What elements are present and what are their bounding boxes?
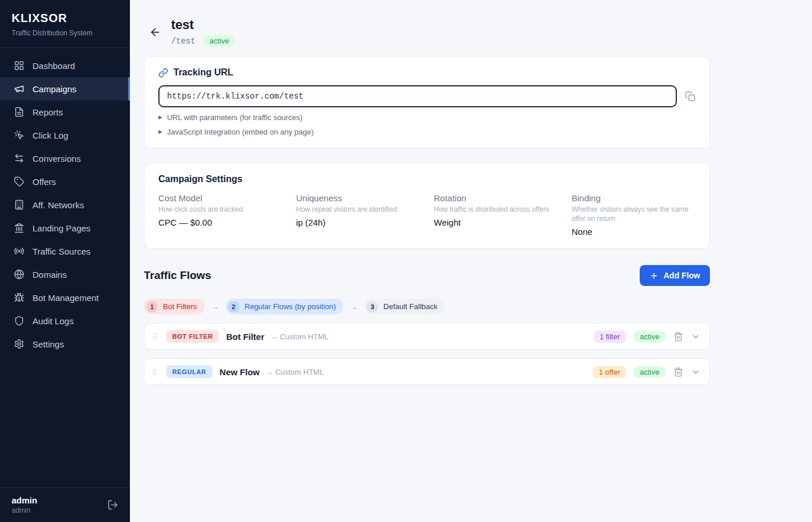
link-icon bbox=[158, 68, 168, 78]
flow-name: New Flow bbox=[220, 367, 260, 377]
pipeline-step-bot-filters: 1 Bot Filters bbox=[144, 299, 205, 314]
tracking-url-input[interactable] bbox=[158, 85, 677, 107]
app-tagline: Traffic Distribution System bbox=[12, 29, 118, 37]
sidebar-item-audit-logs[interactable]: Audit Logs bbox=[0, 309, 130, 332]
user-role: admin bbox=[12, 506, 37, 514]
sidebar-item-bot-management[interactable]: Bot Management bbox=[0, 286, 130, 309]
sidebar-item-label: Aff. Networks bbox=[32, 200, 84, 210]
user-name: admin bbox=[12, 495, 37, 505]
logout-button[interactable] bbox=[107, 499, 118, 510]
expand-flow-button[interactable] bbox=[691, 367, 701, 377]
bug-icon bbox=[14, 292, 24, 303]
globe-icon bbox=[14, 269, 24, 280]
traffic-flows-title: Traffic Flows bbox=[144, 269, 211, 282]
sidebar-item-label: Audit Logs bbox=[32, 316, 74, 326]
flow-target: → Custom HTML bbox=[266, 368, 324, 376]
campaign-status-badge: active bbox=[203, 35, 235, 47]
sidebar-item-aff-networks[interactable]: Aff. Networks bbox=[0, 193, 130, 216]
sidebar-item-landing-pages[interactable]: Landing Pages bbox=[0, 216, 130, 240]
user-box: admin admin bbox=[0, 487, 130, 522]
step-label: Regular Flows (by position) bbox=[245, 302, 336, 311]
delete-flow-button[interactable] bbox=[673, 332, 683, 342]
swap-arrows-icon bbox=[14, 153, 24, 164]
tag-icon bbox=[14, 176, 24, 187]
step-number: 2 bbox=[228, 301, 240, 313]
url-params-label: URL with parameters (for traffic sources… bbox=[167, 113, 302, 122]
building-icon bbox=[14, 200, 24, 210]
setting-description: How click costs are tracked bbox=[158, 205, 282, 214]
url-params-toggle[interactable]: ▶ URL with parameters (for traffic sourc… bbox=[158, 113, 695, 122]
setting-label: Binding bbox=[572, 193, 696, 203]
setting-cost-model: Cost Model How click costs are tracked C… bbox=[158, 193, 282, 237]
delete-flow-button[interactable] bbox=[673, 367, 683, 377]
sidebar-item-label: Dashboard bbox=[32, 61, 75, 71]
back-button[interactable] bbox=[149, 26, 161, 38]
brand: KLIXSOR Traffic Distribution System bbox=[0, 0, 130, 48]
sidebar-item-label: Click Log bbox=[32, 130, 68, 140]
sidebar-item-label: Bot Management bbox=[32, 293, 99, 303]
js-integration-label: JavaScript Integration (embed on any pag… bbox=[167, 128, 314, 136]
sidebar-item-conversions[interactable]: Conversions bbox=[0, 147, 130, 170]
setting-label: Uniqueness bbox=[296, 193, 420, 203]
tracking-url-title: Tracking URL bbox=[173, 67, 233, 78]
flow-target: → Custom HTML bbox=[270, 332, 328, 341]
tracking-url-heading: Tracking URL bbox=[158, 67, 695, 78]
app-logo: KLIXSOR bbox=[12, 12, 118, 25]
setting-value: CPC — $0.00 bbox=[158, 217, 282, 227]
sidebar-item-campaigns[interactable]: Campaigns bbox=[0, 77, 130, 100]
megaphone-icon bbox=[14, 84, 24, 94]
arrow-right-icon: → bbox=[350, 302, 358, 311]
flow-row-regular[interactable]: REGULAR New Flow → Custom HTML 1 offer a… bbox=[144, 358, 710, 385]
sidebar-item-offers[interactable]: Offers bbox=[0, 170, 130, 193]
shield-icon bbox=[14, 316, 24, 326]
sidebar-item-traffic-sources[interactable]: Traffic Sources bbox=[0, 240, 130, 263]
sidebar-item-domains[interactable]: Domains bbox=[0, 263, 130, 286]
campaign-settings-card: Campaign Settings Cost Model How click c… bbox=[144, 163, 710, 249]
triangle-right-icon: ▶ bbox=[158, 115, 162, 120]
sidebar-item-label: Reports bbox=[32, 107, 63, 117]
step-number: 3 bbox=[367, 301, 378, 313]
flow-row-bot-filter[interactable]: BOT FILTER Bot Filter → Custom HTML 1 fi… bbox=[144, 323, 710, 350]
flow-count-badge: 1 offer bbox=[593, 366, 626, 378]
setting-value: ip (24h) bbox=[296, 217, 420, 227]
sidebar-item-label: Traffic Sources bbox=[32, 246, 90, 256]
setting-rotation: Rotation How traffic is distributed acro… bbox=[434, 193, 558, 237]
flow-type-badge: BOT FILTER bbox=[166, 330, 219, 343]
flow-status-badge: active bbox=[633, 366, 666, 378]
chevron-down-icon bbox=[691, 332, 701, 342]
cursor-click-icon bbox=[14, 130, 24, 140]
campaign-slug: /test bbox=[171, 37, 195, 46]
setting-label: Cost Model bbox=[158, 193, 282, 203]
sidebar-item-settings[interactable]: Settings bbox=[0, 332, 130, 356]
sidebar-item-label: Domains bbox=[32, 270, 67, 280]
js-integration-toggle[interactable]: ▶ JavaScript Integration (embed on any p… bbox=[158, 128, 695, 136]
page-header: test /test active bbox=[144, 17, 710, 47]
expand-flow-button[interactable] bbox=[691, 332, 701, 342]
landmark-icon bbox=[14, 223, 24, 233]
traffic-flows-header: Traffic Flows Add Flow bbox=[144, 265, 710, 286]
setting-description: How repeat visitors are identified bbox=[296, 205, 420, 214]
drag-handle-icon[interactable] bbox=[151, 331, 159, 342]
page-title: test bbox=[171, 17, 235, 32]
copy-url-button[interactable] bbox=[685, 91, 695, 102]
add-flow-label: Add Flow bbox=[664, 271, 700, 280]
sidebar-nav: Dashboard Campaigns Reports Click Log bbox=[0, 48, 130, 487]
tracking-url-card: Tracking URL ▶ URL with parameters (for … bbox=[144, 56, 710, 148]
app-root: KLIXSOR Traffic Distribution System Dash… bbox=[0, 0, 812, 522]
add-flow-button[interactable]: Add Flow bbox=[640, 265, 710, 286]
pipeline-step-regular-flows: 2 Regular Flows (by position) bbox=[226, 299, 344, 314]
chevron-down-icon bbox=[691, 367, 701, 377]
flow-pipeline: 1 Bot Filters → 2 Regular Flows (by posi… bbox=[144, 299, 710, 314]
trash-icon bbox=[673, 332, 683, 342]
drag-handle-icon[interactable] bbox=[151, 367, 159, 377]
main-content: test /test active Tracking URL bbox=[130, 0, 812, 522]
setting-uniqueness: Uniqueness How repeat visitors are ident… bbox=[296, 193, 420, 237]
sidebar-item-dashboard[interactable]: Dashboard bbox=[0, 54, 130, 77]
sidebar-item-reports[interactable]: Reports bbox=[0, 100, 130, 124]
sidebar-item-click-log[interactable]: Click Log bbox=[0, 124, 130, 147]
trash-icon bbox=[673, 367, 683, 377]
pipeline-step-default-fallback: 3 Default Fallback bbox=[364, 299, 445, 314]
arrow-right-icon: → bbox=[211, 302, 219, 311]
sidebar-item-label: Landing Pages bbox=[32, 223, 90, 233]
sidebar-item-label: Settings bbox=[32, 339, 64, 349]
